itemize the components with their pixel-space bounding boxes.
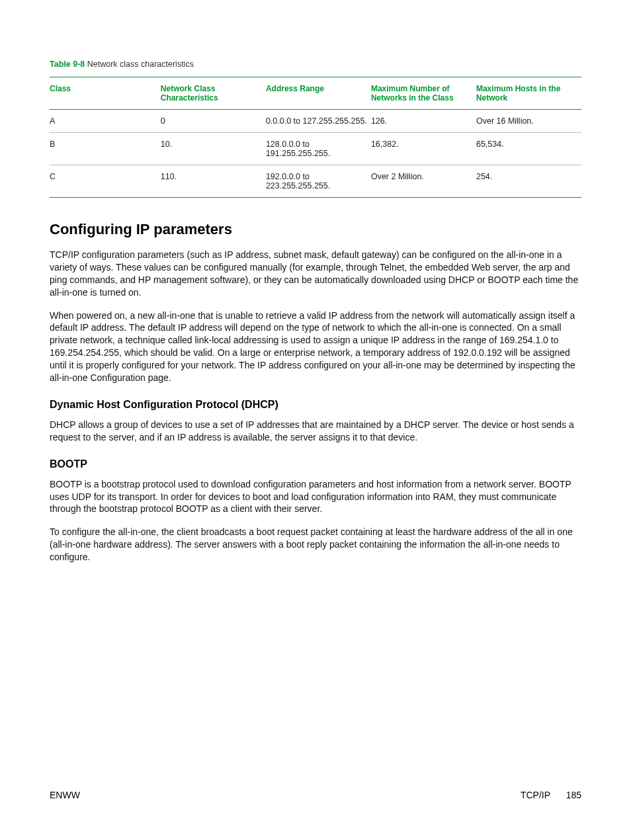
cell: 192.0.0.0 to 223.255.255.255.: [266, 165, 371, 198]
cell: A: [50, 110, 161, 133]
table-row: B 10. 128.0.0.0 to 191.255.255.255. 16,3…: [50, 133, 581, 165]
paragraph: TCP/IP configuration parameters (such as…: [50, 249, 581, 299]
paragraph: BOOTP is a bootstrap protocol used to do…: [50, 478, 581, 516]
table-number: Table 9-8: [50, 60, 85, 69]
table-row: C 110. 192.0.0.0 to 223.255.255.255. Ove…: [50, 165, 581, 198]
heading-bootp: BOOTP: [50, 458, 581, 470]
heading-configuring-ip: Configuring IP parameters: [50, 221, 581, 238]
footer-page-number: 185: [566, 790, 581, 800]
table-header-row: Class Network Class Characteristics Addr…: [50, 77, 581, 110]
table-title: Network class characteristics: [85, 60, 194, 69]
cell: 16,382.: [371, 133, 476, 165]
heading-dhcp: Dynamic Host Configuration Protocol (DHC…: [50, 399, 581, 411]
cell: Over 16 Million.: [476, 110, 581, 133]
paragraph: DHCP allows a group of devices to use a …: [50, 419, 581, 444]
cell: Over 2 Million.: [371, 165, 476, 198]
table-row: A 0 0.0.0.0 to 127.255.255.255. 126. Ove…: [50, 110, 581, 133]
cell: 254.: [476, 165, 581, 198]
cell: 110.: [161, 165, 266, 198]
cell: 10.: [161, 133, 266, 165]
footer-section: TCP/IP: [521, 790, 550, 800]
th-address-range: Address Range: [266, 77, 371, 110]
page-footer: ENWW TCP/IP 185: [50, 790, 581, 800]
cell: 0.0.0.0 to 127.255.255.255.: [266, 110, 371, 133]
network-class-table: Class Network Class Characteristics Addr…: [50, 77, 581, 198]
th-max-hosts: Maximum Hosts in the Network: [476, 77, 581, 110]
paragraph: When powered on, a new all-in-one that i…: [50, 310, 581, 384]
cell: C: [50, 165, 161, 198]
cell: 128.0.0.0 to 191.255.255.255.: [266, 133, 371, 165]
cell: B: [50, 133, 161, 165]
footer-left: ENWW: [50, 790, 80, 800]
th-characteristics: Network Class Characteristics: [161, 77, 266, 110]
th-max-networks: Maximum Number of Networks in the Class: [371, 77, 476, 110]
cell: 65,534.: [476, 133, 581, 165]
cell: 0: [161, 110, 266, 133]
cell: 126.: [371, 110, 476, 133]
table-caption: Table 9-8 Network class characteristics: [50, 60, 581, 69]
th-class: Class: [50, 77, 161, 110]
paragraph: To configure the all-in-one, the client …: [50, 526, 581, 564]
footer-right: TCP/IP 185: [521, 790, 581, 800]
